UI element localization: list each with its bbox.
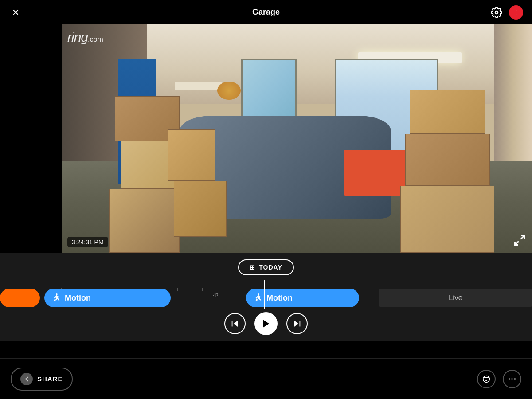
time-indicator: [264, 280, 265, 309]
camera-feed: [62, 24, 532, 253]
ring-logo-text: ring: [67, 30, 88, 44]
header: ✕ Garage !: [0, 0, 532, 24]
play-button[interactable]: [254, 312, 278, 335]
alert-button[interactable]: !: [509, 5, 523, 20]
page-title: Garage: [252, 8, 280, 17]
tick-mark: [227, 288, 227, 291]
next-button[interactable]: [286, 313, 308, 334]
fullscreen-icon: [513, 234, 526, 246]
share-icon: [20, 373, 33, 385]
tick-mark: [190, 288, 190, 291]
motion-label-2: Motion: [266, 293, 293, 303]
tick-mark: [215, 288, 215, 291]
motion-label-1: Motion: [65, 293, 91, 303]
header-actions: !: [489, 5, 523, 20]
time-label-3p: 3p: [213, 292, 218, 297]
settings-button[interactable]: [489, 5, 504, 20]
previous-button[interactable]: [224, 313, 246, 334]
svg-point-4: [258, 293, 259, 295]
camera-view[interactable]: ring.com 3:24:31 PM: [62, 24, 532, 253]
playback-controls: [224, 312, 308, 335]
ring-logo: ring.com: [67, 30, 103, 45]
filter-icon: [481, 374, 491, 384]
box: [405, 134, 490, 186]
svg-point-21: [514, 378, 516, 380]
tick-mark: [202, 288, 203, 291]
fullscreen-button[interactable]: [512, 233, 527, 247]
filter-button[interactable]: [477, 370, 496, 388]
svg-line-14: [25, 379, 27, 381]
skip-forward-icon: [292, 319, 302, 329]
ring-logo-suffix: .com: [88, 35, 103, 43]
live-label: Live: [449, 293, 462, 302]
motion-icon-1: [51, 293, 61, 303]
box: [410, 90, 485, 134]
close-icon: ✕: [12, 7, 20, 18]
tick-mark: [364, 288, 364, 291]
today-button[interactable]: ⊞ TODAY: [238, 259, 293, 275]
motion-icon-2: [253, 293, 263, 303]
box: [174, 181, 227, 237]
svg-marker-7: [263, 320, 269, 328]
more-button[interactable]: [503, 370, 521, 388]
svg-marker-5: [234, 321, 238, 327]
motion-segment-2[interactable]: Motion: [246, 289, 359, 307]
skip-back-icon: [230, 319, 240, 329]
calendar-icon: ⊞: [250, 264, 255, 271]
share-label: SHARE: [37, 375, 63, 383]
box: [168, 129, 215, 180]
timestamp: 3:24:31 PM: [67, 237, 108, 247]
today-button-wrap: ⊞ TODAY: [238, 259, 293, 275]
more-icon: [507, 374, 517, 384]
live-segment[interactable]: Live: [379, 289, 532, 307]
today-label: TODAY: [259, 264, 282, 271]
svg-line-13: [25, 377, 27, 379]
svg-point-20: [511, 378, 513, 380]
timeline-track[interactable]: 2p 3p Motion Motio: [0, 280, 532, 309]
boxes-left: [109, 93, 227, 253]
orange-segment[interactable]: [0, 289, 40, 307]
box: [109, 189, 180, 253]
box: [400, 186, 494, 253]
close-button[interactable]: ✕: [9, 6, 22, 19]
svg-point-19: [509, 378, 510, 380]
share-icon-svg: [23, 376, 30, 383]
svg-marker-8: [294, 321, 298, 327]
motion-segment-1[interactable]: Motion: [44, 289, 171, 307]
alert-icon: !: [515, 9, 517, 16]
tick-mark: [177, 288, 178, 291]
svg-point-3: [56, 293, 58, 295]
bottom-right-actions: [477, 370, 521, 388]
play-icon: [261, 318, 271, 329]
share-button[interactable]: SHARE: [11, 368, 73, 391]
left-panel: [0, 24, 62, 253]
svg-point-0: [495, 11, 498, 14]
bottom-bar: SHARE: [0, 358, 532, 399]
boxes-right: [400, 104, 494, 253]
gear-icon: [491, 7, 502, 18]
timeline-area: ⊞ TODAY 2p 3p Motion: [0, 253, 532, 341]
ceiling-light-2: [175, 82, 222, 91]
